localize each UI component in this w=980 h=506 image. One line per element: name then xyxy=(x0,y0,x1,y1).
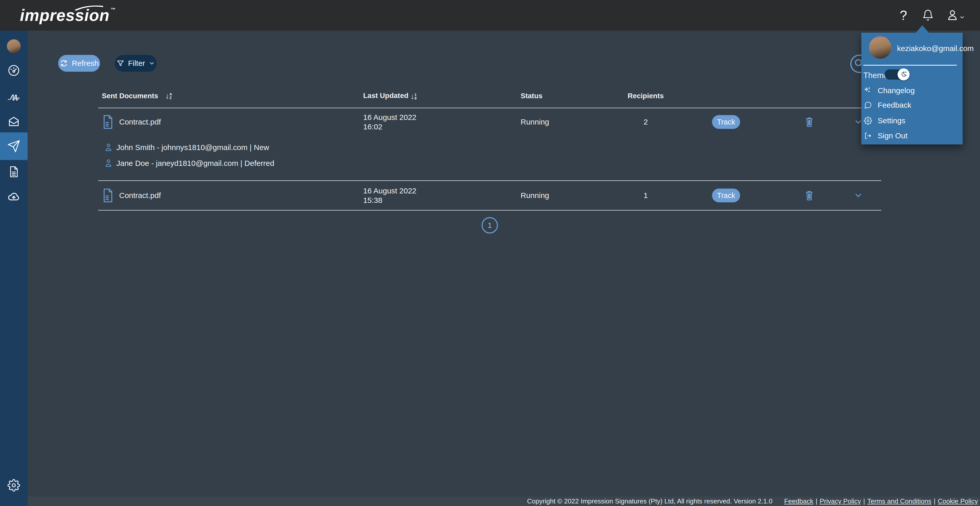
recipients-count: 2 xyxy=(595,118,697,126)
table-row: Contract.pdf 16 August 2022 16:02 Runnin… xyxy=(98,108,881,136)
document-cell: Contract.pdf xyxy=(102,115,161,129)
sidebar-item-documents[interactable] xyxy=(0,159,27,185)
copyright-text: Copyright © 2022 Impression Signatures (… xyxy=(527,497,772,505)
gear-icon xyxy=(864,117,872,125)
recipients-count: 1 xyxy=(595,191,697,200)
footer-links: Feedback | Privacy Policy | Terms and Co… xyxy=(784,497,978,505)
filter-button[interactable]: Filter xyxy=(115,55,157,72)
recipient-line: Jane Doe - janeyd1810@gmail.com | Deferr… xyxy=(104,158,881,169)
logo-trademark: ™ xyxy=(110,7,116,12)
last-updated-cell: 16 August 2022 15:38 xyxy=(363,186,417,205)
table-row: Contract.pdf 16 August 2022 15:38 Runnin… xyxy=(98,181,881,210)
menu-item-feedback[interactable]: Feedback xyxy=(864,99,912,111)
track-cell: Track xyxy=(712,189,740,202)
page-1-button[interactable]: 1 xyxy=(482,217,498,234)
sort-numeric-icon: ↓19 xyxy=(410,92,417,101)
cloud-upload-icon xyxy=(7,190,21,204)
footer-link-feedback[interactable]: Feedback xyxy=(784,497,813,505)
column-header-recipients: Recipients xyxy=(595,92,697,100)
chevron-down-icon xyxy=(959,14,965,21)
avatar xyxy=(869,36,891,59)
user-dropdown-panel: keziakoko@gmail.com Theme: Changelog Fee… xyxy=(861,33,963,145)
pagination: 1 xyxy=(98,217,881,234)
recipient-details: John Smith - johnnys1810@gmail.com | New… xyxy=(98,136,881,180)
logo-swoosh-icon xyxy=(73,4,104,11)
column-header-sent-documents[interactable]: Sent Documents↓AZ xyxy=(102,92,172,100)
header-icons: ? xyxy=(897,9,965,22)
signature-icon xyxy=(7,89,21,103)
pdf-document-icon xyxy=(102,115,114,129)
theme-toggle-thumb[interactable] xyxy=(897,68,910,80)
help-icon[interactable]: ? xyxy=(897,9,910,22)
refresh-icon xyxy=(59,59,68,68)
filter-label: Filter xyxy=(128,59,145,68)
delete-button[interactable] xyxy=(802,116,816,128)
track-button[interactable]: Track xyxy=(712,189,740,202)
sidebar xyxy=(0,30,27,506)
theme-row: Theme: xyxy=(863,69,890,82)
gear-icon xyxy=(7,479,20,492)
column-header-last-updated[interactable]: Last Updated↓19 xyxy=(363,91,417,101)
sidebar-item-upload[interactable] xyxy=(0,184,27,210)
delete-button[interactable] xyxy=(802,189,816,201)
funnel-icon xyxy=(116,59,124,67)
user-menu-button[interactable] xyxy=(946,9,965,22)
document-name: Contract.pdf xyxy=(119,118,161,126)
moon-icon xyxy=(900,71,907,78)
recipient-line: John Smith - johnnys1810@gmail.com | New xyxy=(104,142,881,153)
app-footer: Copyright © 2022 Impression Signatures (… xyxy=(27,496,980,506)
document-icon xyxy=(7,165,20,178)
chat-bubble-icon xyxy=(864,101,872,109)
document-cell: Contract.pdf xyxy=(102,188,161,203)
divider xyxy=(98,210,881,210)
status-cell: Running xyxy=(520,191,549,200)
divider xyxy=(863,65,957,65)
avatar[interactable] xyxy=(7,39,21,53)
last-updated-cell: 16 August 2022 16:02 xyxy=(363,113,417,131)
sidebar-item-sent[interactable] xyxy=(0,132,27,160)
pdf-document-icon xyxy=(102,188,114,203)
expand-row-button[interactable] xyxy=(851,191,866,200)
sparkles-icon xyxy=(864,86,872,95)
main-content: Refresh Filter Sent Documents↓AZ Last Up… xyxy=(27,30,980,496)
sign-out-icon xyxy=(864,132,872,140)
sent-documents-table: Sent Documents↓AZ Last Updated↓19 Status… xyxy=(98,84,881,234)
recipient-person-icon xyxy=(104,143,113,152)
footer-link-privacy-policy[interactable]: Privacy Policy xyxy=(820,497,861,505)
column-header-status: Status xyxy=(520,92,542,100)
impression-logo: impression™ xyxy=(20,6,116,25)
chevron-down-icon xyxy=(854,191,863,200)
status-cell: Running xyxy=(520,118,549,126)
refresh-label: Refresh xyxy=(72,59,99,68)
menu-item-settings[interactable]: Settings xyxy=(864,115,905,127)
sidebar-item-settings[interactable] xyxy=(0,473,27,498)
app-header: impression™ ? xyxy=(0,0,980,30)
menu-item-changelog[interactable]: Changelog xyxy=(864,84,915,97)
trash-icon xyxy=(804,189,815,201)
recipient-text: Jane Doe - janeyd1810@gmail.com | Deferr… xyxy=(116,159,274,168)
sidebar-item-dashboard[interactable] xyxy=(0,58,27,83)
table-header-row: Sent Documents↓AZ Last Updated↓19 Status… xyxy=(98,84,881,108)
user-icon xyxy=(946,9,959,22)
trash-icon xyxy=(804,116,815,128)
impression-app: { "header": { "logo": "impression", "tra… xyxy=(0,0,980,506)
recipient-text: John Smith - johnnys1810@gmail.com | New xyxy=(116,143,269,152)
dashboard-gauge-icon xyxy=(7,64,21,77)
inbox-envelope-icon xyxy=(7,115,21,128)
refresh-button[interactable]: Refresh xyxy=(58,55,100,72)
menu-item-sign-out[interactable]: Sign Out xyxy=(864,130,907,142)
chevron-down-icon xyxy=(148,60,155,67)
sidebar-item-signatures[interactable] xyxy=(0,84,27,109)
document-name: Contract.pdf xyxy=(119,191,161,200)
theme-toggle[interactable] xyxy=(885,69,908,80)
recipient-person-icon xyxy=(104,159,113,168)
sidebar-item-inbox[interactable] xyxy=(0,109,27,134)
footer-link-terms-and-conditions[interactable]: Terms and Conditions xyxy=(867,497,931,505)
track-button[interactable]: Track xyxy=(712,115,740,129)
sort-alpha-icon: ↓AZ xyxy=(165,92,172,100)
dropdown-caret xyxy=(916,25,929,33)
track-cell: Track xyxy=(712,115,740,129)
paper-plane-icon xyxy=(7,140,21,153)
footer-link-cookie-policy[interactable]: Cookie Policy xyxy=(938,497,978,505)
notifications-bell-icon[interactable] xyxy=(921,9,935,22)
